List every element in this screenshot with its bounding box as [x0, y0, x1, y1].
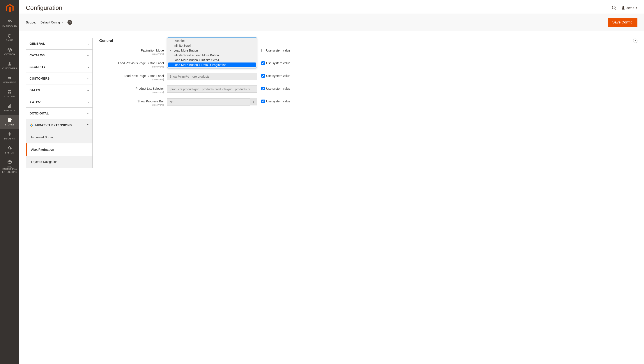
- field-scope: [store view]: [99, 65, 164, 68]
- person-icon: [8, 61, 12, 66]
- use-system-checkbox[interactable]: [261, 61, 265, 65]
- user-icon: [621, 6, 625, 10]
- section-title: General: [99, 39, 113, 43]
- save-config-button[interactable]: Save Config: [608, 18, 638, 27]
- chevron-down-icon: ⌵: [88, 112, 89, 115]
- use-system-checkbox[interactable]: [261, 87, 265, 90]
- use-system-checkbox[interactable]: [261, 74, 265, 78]
- nav-partners[interactable]: FIND PARTNERS & EXTENSIONS: [0, 157, 19, 175]
- nav-catalog[interactable]: CATALOG: [0, 45, 19, 59]
- nav-reports[interactable]: REPORTS: [0, 101, 19, 115]
- config-nav-dotdigital[interactable]: DOTDIGITAL⌵: [26, 108, 92, 119]
- chevron-up-icon: ⌃: [87, 124, 89, 127]
- dropdown-option[interactable]: Disabled: [168, 38, 256, 43]
- progress-label: Show Progress Bar: [137, 100, 164, 103]
- megaphone-icon: [7, 75, 12, 80]
- config-nav-catalog[interactable]: CATALOG⌵: [26, 50, 92, 61]
- config-nav-general[interactable]: GENERAL⌵: [26, 38, 92, 49]
- field-scope: [store view]: [99, 53, 164, 55]
- store-icon: [7, 117, 12, 123]
- chevron-down-icon: ⌵: [88, 65, 89, 68]
- prev-button-label: Load Previous Page Button Label: [118, 61, 164, 65]
- layout-icon: [8, 89, 12, 95]
- config-nav-yotpo[interactable]: YOTPO⌵: [26, 96, 92, 107]
- chevron-down-icon: ⌵: [88, 100, 89, 103]
- dropdown-option[interactable]: Infinite Scroll + Load More Button: [168, 53, 256, 58]
- subnav-ajax-pagination[interactable]: Ajax Pagination: [26, 143, 92, 156]
- nav-content[interactable]: CONTENT: [0, 87, 19, 101]
- scope-label: Scope:: [26, 21, 36, 24]
- use-system-label[interactable]: Use system value: [266, 100, 290, 103]
- scope-select[interactable]: Default Config ▼: [40, 21, 63, 24]
- partners-icon: [7, 159, 12, 165]
- pagination-mode-label: Pagination Mode: [141, 49, 164, 52]
- selector-input: [167, 86, 257, 93]
- use-system-checkbox[interactable]: [261, 49, 265, 52]
- dropdown-option[interactable]: Load More Button + Default Pagination: [168, 63, 256, 67]
- page-title: Configuration: [26, 5, 62, 12]
- nav-dashboard[interactable]: DASHBOARD: [0, 17, 19, 31]
- config-nav-security[interactable]: SECURITY⌵: [26, 61, 92, 73]
- chevron-down-icon: ▼: [636, 7, 638, 9]
- dollar-icon: [8, 33, 12, 38]
- config-nav: GENERAL⌵ CATALOG⌵ SECURITY⌵ CUSTOMERS⌵ S…: [26, 38, 93, 168]
- user-name: demo: [626, 6, 634, 10]
- nav-customers[interactable]: CUSTOMERS: [0, 59, 19, 73]
- subnav-improved-sorting[interactable]: Improved Sorting: [26, 131, 92, 143]
- config-nav-customers[interactable]: CUSTOMERS⌵: [26, 73, 92, 84]
- chevron-down-icon: ⌵: [88, 54, 89, 57]
- pagination-mode-dropdown: Disabled Infinite Scroll Load More Butto…: [167, 37, 257, 68]
- chevron-down-icon: ⌵: [88, 77, 89, 80]
- svg-point-0: [612, 6, 615, 9]
- use-system-label[interactable]: Use system value: [266, 49, 290, 52]
- collapse-section-button[interactable]: [633, 39, 638, 43]
- user-menu[interactable]: demo ▼: [621, 6, 638, 10]
- next-button-label: Load Next Page Button Label: [124, 74, 164, 78]
- dropdown-option[interactable]: Load More Button: [168, 48, 256, 53]
- subnav-layered-navigation[interactable]: Layered Navigation: [26, 156, 92, 168]
- gear-icon: [8, 145, 12, 151]
- field-scope: [store view]: [99, 103, 164, 106]
- nav-system[interactable]: SYSTEM: [0, 143, 19, 157]
- field-scope: [store view]: [99, 78, 164, 81]
- use-system-checkbox[interactable]: [261, 100, 265, 103]
- magento-logo[interactable]: [0, 0, 19, 17]
- mirasvit-icon: [7, 131, 12, 137]
- bars-icon: [8, 103, 12, 109]
- progress-select: No: [167, 98, 257, 105]
- nav-marketing[interactable]: MARKETING: [0, 73, 19, 87]
- selector-label: Product List Selector: [136, 87, 164, 90]
- dropdown-option[interactable]: Load More Button + Infinite Scroll: [168, 58, 256, 63]
- chevron-down-icon: ▼: [61, 21, 63, 24]
- use-system-label[interactable]: Use system value: [266, 61, 290, 65]
- admin-sidebar: DASHBOARD SALES CATALOG CUSTOMERS MARKET…: [0, 0, 19, 175]
- next-button-input: [167, 73, 257, 80]
- mirasvit-diamond-icon: [30, 123, 34, 127]
- svg-line-1: [615, 9, 616, 10]
- field-scope: [store view]: [99, 91, 164, 93]
- dropdown-option[interactable]: Infinite Scroll: [168, 43, 256, 48]
- nav-mirasvit[interactable]: MIRASVIT: [0, 129, 19, 143]
- dashboard-icon: [7, 19, 12, 24]
- help-icon[interactable]: ?: [68, 20, 72, 25]
- chevron-down-icon: ⌵: [88, 89, 89, 92]
- chevron-down-icon: ⌵: [88, 42, 89, 45]
- search-icon[interactable]: [612, 5, 617, 11]
- use-system-label[interactable]: Use system value: [266, 74, 290, 78]
- config-nav-mirasvit-ext[interactable]: MIRASVIT EXTENSIONS ⌃: [26, 119, 92, 131]
- config-nav-sales[interactable]: SALES⌵: [26, 84, 92, 96]
- nav-stores[interactable]: STORES: [0, 115, 19, 129]
- nav-sales[interactable]: SALES: [0, 31, 19, 45]
- use-system-label[interactable]: Use system value: [266, 87, 290, 90]
- catalog-icon: [7, 47, 12, 52]
